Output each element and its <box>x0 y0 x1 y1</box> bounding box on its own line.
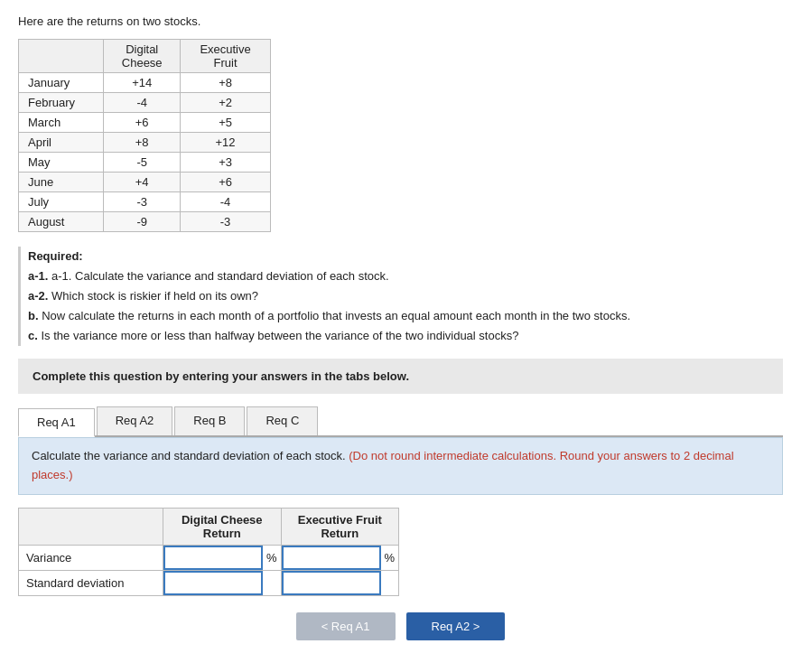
executive-input-cell-0: % <box>281 546 399 571</box>
col-digital-header: DigitalCheese <box>104 40 181 73</box>
digital-cell: -4 <box>104 93 181 113</box>
digital-input-cell-1 <box>163 571 282 596</box>
executive-input-1[interactable] <box>282 571 381 595</box>
executive-cell: -3 <box>181 212 271 232</box>
digital-cell: +8 <box>104 133 181 153</box>
month-cell: January <box>19 73 104 93</box>
instructions-box: Calculate the variance and standard devi… <box>18 437 783 495</box>
next-button[interactable]: Req A2 > <box>406 612 506 640</box>
digital-cell: -9 <box>104 212 181 232</box>
pct-label-2: % <box>381 547 399 568</box>
executive-cell: +6 <box>181 173 271 192</box>
executive-cell: +2 <box>181 93 271 113</box>
data-table-row: June +4 +6 <box>19 173 271 192</box>
req-a1-text: a-1. a-1. Calculate the variance and sta… <box>28 266 783 286</box>
data-table-row: February -4 +2 <box>19 93 271 113</box>
answer-table-row: Variance % % <box>19 546 399 571</box>
nav-buttons: < Req A1 Req A2 > <box>18 612 783 640</box>
month-cell: August <box>19 212 104 232</box>
prev-button[interactable]: < Req A1 <box>296 612 396 640</box>
col-executive-header: ExecutiveFruit <box>181 40 271 73</box>
answer-col-executive: Executive FruitReturn <box>281 509 399 546</box>
executive-cell: +8 <box>181 73 271 93</box>
month-cell: March <box>19 113 104 133</box>
executive-input-cell-1 <box>281 571 399 596</box>
data-table-row: April +8 +12 <box>19 133 271 153</box>
executive-cell: +3 <box>181 153 271 173</box>
digital-input-1[interactable] <box>163 571 263 595</box>
answer-row-label-0: Variance <box>19 546 163 571</box>
data-table-row: March +6 +5 <box>19 113 271 133</box>
tab-req-a2[interactable]: Req A2 <box>97 406 173 435</box>
data-table: DigitalCheese ExecutiveFruit January +14… <box>18 39 271 232</box>
data-table-row: August -9 -3 <box>19 212 271 232</box>
tab-req-a1[interactable]: Req A1 <box>18 408 95 437</box>
executive-input-0[interactable] <box>282 546 381 570</box>
data-table-row: May -5 +3 <box>19 153 271 173</box>
answer-table: Digital CheeseReturn Executive FruitRetu… <box>18 508 399 596</box>
month-cell: February <box>19 93 104 113</box>
answer-col-empty <box>19 509 163 546</box>
req-b-text: b. Now calculate the returns in each mon… <box>28 306 783 326</box>
executive-cell: +12 <box>181 133 271 153</box>
digital-cell: -5 <box>104 153 181 173</box>
month-cell: May <box>19 153 104 173</box>
req-c-text: c. Is the variance more or less than hal… <box>28 326 783 346</box>
executive-cell: +5 <box>181 113 271 133</box>
answer-table-row: Standard deviation <box>19 571 399 596</box>
executive-cell: -4 <box>181 192 271 212</box>
tab-req-b[interactable]: Req B <box>174 406 245 435</box>
digital-cell: -3 <box>104 192 181 212</box>
answer-row-label-1: Standard deviation <box>19 571 163 596</box>
answer-col-digital: Digital CheeseReturn <box>163 509 282 546</box>
digital-cell: +14 <box>104 73 181 93</box>
digital-cell: +6 <box>104 113 181 133</box>
complete-box: Complete this question by entering your … <box>18 359 783 394</box>
required-section: Required: a-1. a-1. Calculate the varian… <box>18 247 783 346</box>
digital-input-cell-0: % <box>163 546 282 571</box>
intro-text: Here are the returns on two stocks. <box>18 14 783 28</box>
instructions-text: Calculate the variance and standard devi… <box>32 449 346 462</box>
tabs-row: Req A1Req A2Req BReq C <box>18 406 783 437</box>
data-table-wrapper: DigitalCheese ExecutiveFruit January +14… <box>18 39 783 232</box>
digital-input-0[interactable] <box>163 546 263 570</box>
req-a2-text: a-2. Which stock is riskier if held on i… <box>28 286 783 306</box>
col-month-header <box>19 40 104 73</box>
digital-cell: +4 <box>104 173 181 192</box>
required-title: Required: <box>28 247 783 266</box>
tab-req-c[interactable]: Req C <box>247 406 318 435</box>
pct-label-1: % <box>263 547 281 568</box>
month-cell: July <box>19 192 104 212</box>
data-table-row: July -3 -4 <box>19 192 271 212</box>
month-cell: April <box>19 133 104 153</box>
data-table-row: January +14 +8 <box>19 73 271 93</box>
month-cell: June <box>19 173 104 192</box>
answer-table-wrapper: Digital CheeseReturn Executive FruitRetu… <box>18 508 783 596</box>
